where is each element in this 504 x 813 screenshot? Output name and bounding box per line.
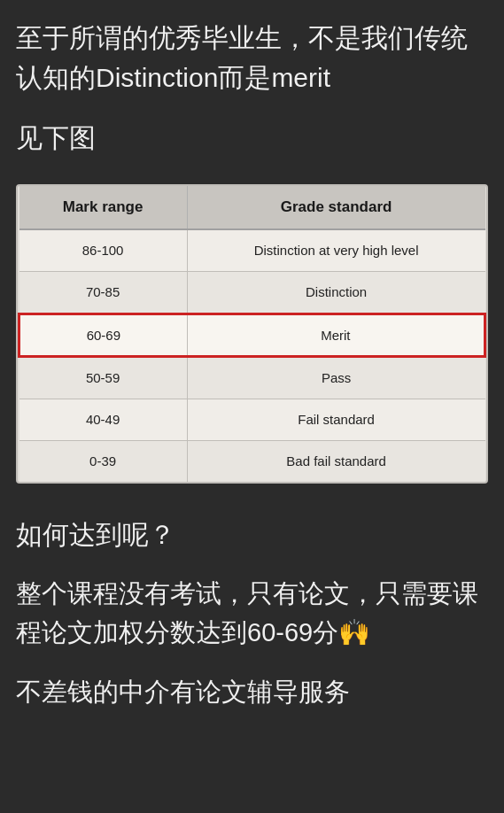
- table-row: 60-69Merit: [19, 314, 485, 357]
- mark-range-cell: 86-100: [19, 229, 188, 271]
- mark-range-cell: 50-59: [19, 357, 188, 399]
- mark-range-cell: 70-85: [19, 271, 188, 314]
- see-below-text: 见下图: [16, 119, 488, 158]
- grade-standard-cell: Distinction: [187, 271, 485, 314]
- mark-range-header: Mark range: [19, 186, 188, 230]
- grade-standard-cell: Merit: [187, 314, 485, 357]
- grade-table-wrapper: Mark range Grade standard 86-100Distinct…: [16, 184, 488, 484]
- how-text: 如何达到呢？: [16, 515, 488, 554]
- intro-text: 至于所谓的优秀毕业生，不是我们传统认知的Distinction而是merit: [16, 18, 488, 97]
- table-row: 0-39Bad fail standard: [19, 440, 485, 481]
- mark-range-cell: 0-39: [19, 440, 188, 481]
- table-row: 40-49Fail standard: [19, 399, 485, 441]
- table-header-row: Mark range Grade standard: [19, 186, 485, 230]
- grade-standard-header: Grade standard: [187, 186, 485, 230]
- grade-standard-cell: Distinction at very high level: [187, 229, 485, 271]
- grade-standard-cell: Pass: [187, 357, 485, 399]
- grade-standard-cell: Fail standard: [187, 399, 485, 441]
- grade-standard-cell: Bad fail standard: [187, 440, 485, 481]
- mark-range-cell: 60-69: [19, 314, 188, 357]
- mark-range-cell: 40-49: [19, 399, 188, 441]
- table-row: 70-85Distinction: [19, 271, 485, 314]
- grade-table: Mark range Grade standard 86-100Distinct…: [18, 186, 486, 482]
- table-row: 50-59Pass: [19, 357, 485, 399]
- desc-text: 整个课程没有考试，只有论文，只需要课程论文加权分数达到60-69分🙌: [16, 575, 488, 652]
- bottom-text: 不差钱的中介有论文辅导服务: [16, 673, 488, 712]
- table-row: 86-100Distinction at very high level: [19, 229, 485, 271]
